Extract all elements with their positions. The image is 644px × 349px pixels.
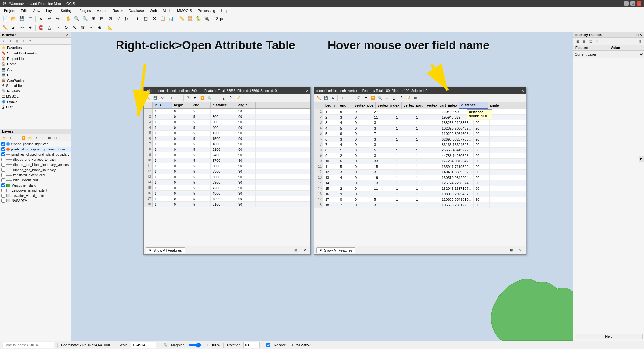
layer-checkbox-5[interactable] bbox=[1, 168, 5, 172]
layer-simplified-clipped[interactable]: simplified_clipped_grid_island_boundary bbox=[0, 152, 71, 157]
col2-header-vertex-part[interactable]: vertex_part bbox=[402, 102, 425, 109]
col-header-begin[interactable]: begin bbox=[172, 102, 191, 108]
browser-spatialite[interactable]: 🗄 SpatiaLite bbox=[0, 83, 71, 88]
layer-clipped-boundary[interactable]: clipped_grid_island_boundary bbox=[0, 167, 71, 172]
locate-input[interactable] bbox=[3, 342, 54, 348]
cad-tools-btn[interactable]: 📐 bbox=[106, 24, 114, 31]
render-checkbox[interactable] bbox=[266, 343, 270, 347]
table-row[interactable]: 7 1 0 5 1800 90 bbox=[144, 141, 310, 147]
zoom-full-btn[interactable]: ⊞ bbox=[90, 15, 97, 22]
browser-add-btn[interactable]: + bbox=[8, 38, 14, 44]
merge-btn[interactable]: ⊕ bbox=[96, 24, 103, 31]
field-calc-btn-2[interactable]: ∑ bbox=[391, 95, 397, 101]
col-header-angle[interactable]: angle bbox=[236, 102, 256, 108]
magnifier-slider[interactable] bbox=[189, 343, 208, 348]
layer-vi-extent[interactable]: vancouver_island_extent bbox=[0, 188, 71, 193]
delete-feature-btn-2[interactable]: − bbox=[346, 95, 353, 101]
attr-table-2-min-btn[interactable]: ─ bbox=[514, 89, 517, 93]
identify-btn[interactable]: ℹ bbox=[134, 15, 141, 22]
table-row[interactable]: 4 1 0 5 900 90 bbox=[144, 125, 310, 131]
menu-plugins[interactable]: Plugins bbox=[77, 8, 93, 13]
layer-checkbox-6[interactable] bbox=[1, 173, 5, 177]
col-header-id[interactable]: id ▲ bbox=[153, 102, 172, 108]
table-row[interactable]: 17 17 0 0 5 1 1 120666.6549810... 90 bbox=[314, 197, 526, 202]
layer-checkbox-4[interactable] bbox=[1, 163, 5, 167]
show-all-features-btn-1[interactable]: ▼ Show All Features bbox=[146, 247, 185, 253]
col2-header-vertex-index[interactable]: vertex_index bbox=[376, 102, 402, 109]
delete-feature-btn-1[interactable]: − bbox=[175, 95, 182, 101]
calculator-btn[interactable]: 🧮 bbox=[186, 15, 194, 22]
identify-minimize-btn[interactable]: ⊡ bbox=[636, 33, 639, 37]
identify-collapse-btn[interactable]: ⊟ bbox=[581, 38, 587, 44]
table-row[interactable]: 13 1 0 5 3600 90 bbox=[144, 174, 310, 180]
layer-down-btn[interactable]: ↓ bbox=[40, 135, 46, 141]
identify-expand-btn[interactable]: ⊞ bbox=[575, 38, 581, 44]
table-row[interactable]: 9 9 2 0 3 1 1 44788.14280628... 90 bbox=[314, 153, 526, 159]
menu-mesh[interactable]: Mesh bbox=[160, 8, 174, 13]
table-row[interactable]: 13 13 4 0 19 1 1 160510.9842204... 90 bbox=[314, 175, 526, 180]
layer-clipped-vertices-path[interactable]: clipped_grid_vertices_to_path bbox=[0, 157, 71, 162]
layer-nasadem[interactable]: NASADEM bbox=[0, 198, 71, 203]
col2-header-distance[interactable]: distance bbox=[459, 102, 488, 109]
layer-clipped-boundary-vertices[interactable]: clipped_grid_island_boundary_vertices bbox=[0, 162, 71, 167]
col-header-distance[interactable]: distance bbox=[211, 102, 236, 108]
zoom-in-btn[interactable]: 🔍 bbox=[73, 15, 80, 22]
layer-initial-extent[interactable]: initial_extent_grid bbox=[0, 178, 71, 183]
edit-mode-btn-1[interactable]: ✏️ bbox=[145, 95, 151, 101]
select-all-btn-1[interactable]: ☑ bbox=[185, 95, 191, 101]
table-row[interactable]: 3 1 0 5 600 90 bbox=[144, 120, 310, 125]
menu-settings[interactable]: Settings bbox=[58, 8, 76, 13]
table-row[interactable]: 10 1 0 5 2700 90 bbox=[144, 158, 310, 163]
filter-btn-1[interactable]: 🔽 bbox=[199, 95, 205, 101]
form-view-btn-2[interactable]: 📝 bbox=[405, 95, 412, 101]
browser-refresh-btn[interactable]: ↻ bbox=[1, 38, 7, 44]
open-project-btn[interactable]: 📂 bbox=[10, 15, 17, 22]
add-feature-btn[interactable]: + bbox=[26, 24, 34, 31]
menu-vector[interactable]: Vector bbox=[94, 8, 109, 13]
attr-table-1-min-btn[interactable]: ─ bbox=[298, 89, 301, 93]
attr-table-2-close-btn[interactable]: ✕ bbox=[521, 89, 524, 93]
table-row[interactable]: 2 1 0 5 300 90 bbox=[144, 114, 310, 120]
zoom-prev-btn[interactable]: ◁ bbox=[115, 15, 122, 22]
table-row[interactable]: 11 1 0 5 3000 90 bbox=[144, 163, 310, 169]
layer-expand-btn[interactable]: ⊞ bbox=[46, 135, 52, 141]
browser-up-btn[interactable]: ↑ bbox=[21, 38, 26, 44]
deselect-btn[interactable]: ✕ bbox=[150, 15, 158, 22]
menu-mmqgis[interactable]: MMQGIS bbox=[175, 8, 194, 13]
table-row[interactable]: 5 1 0 5 1200 90 bbox=[144, 131, 310, 136]
layer-elevation-raster[interactable]: elevation_virtual_raster bbox=[0, 193, 71, 198]
menu-view[interactable]: View bbox=[30, 8, 43, 13]
conditional-btn-1[interactable]: ? bbox=[227, 95, 234, 101]
layer-group-btn[interactable]: 📁 bbox=[27, 135, 33, 141]
conditional-btn-2[interactable]: ? bbox=[398, 95, 404, 101]
snap-btn[interactable]: 🧲 bbox=[37, 24, 45, 31]
layer-checkbox-9[interactable] bbox=[1, 189, 5, 192]
edit-mode-btn-2[interactable]: ✏️ bbox=[316, 95, 322, 101]
invert-sel-btn-2[interactable]: ⇄ bbox=[363, 95, 369, 101]
attr-table-1-close-btn[interactable]: ✕ bbox=[306, 89, 308, 93]
attr-table-1-body[interactable]: 1 1 0 5 0 90 2 1 0 5 300 90 3 1 0 5 600 … bbox=[144, 109, 310, 246]
form-view-btn-1[interactable]: 📝 bbox=[234, 95, 241, 101]
help-button[interactable]: Help bbox=[575, 334, 643, 339]
layer-filter-btn[interactable]: 🔽 bbox=[21, 135, 26, 141]
browser-minimize-btn[interactable]: ⊡ bbox=[63, 33, 65, 37]
table-row[interactable]: 5 5 6 0 7 1 1 110292.8954608... 90 bbox=[314, 131, 526, 137]
zoom-layer-btn[interactable]: ⊟ bbox=[98, 15, 106, 22]
browser-geopackage[interactable]: 📦 GeoPackage bbox=[0, 78, 71, 83]
digitize-btn[interactable]: 🖊 bbox=[10, 24, 17, 31]
browser-home[interactable]: 🏠 Home bbox=[0, 61, 71, 67]
attr-table-1-max-btn[interactable]: □ bbox=[302, 89, 304, 93]
col2-header-begin[interactable]: begin bbox=[323, 102, 338, 109]
table-row[interactable]: 8 8 1 0 5 1 1 25555.40419272... 90 bbox=[314, 148, 526, 153]
identify-mode-select[interactable]: Current Layer All Layers bbox=[573, 51, 644, 58]
table-row[interactable]: 11 11 5 0 15 1 1 165947.7119529... 90 bbox=[314, 164, 526, 170]
menu-processing[interactable]: Processing bbox=[195, 8, 218, 13]
show-all-features-btn-2[interactable]: ▼ Show All Features bbox=[316, 247, 355, 253]
cut-feature-btn[interactable]: ✂ bbox=[87, 24, 95, 31]
table-row[interactable]: 15 15 2 0 11 1 1 132046.1637197... 90 bbox=[314, 186, 526, 191]
identify-close-btn[interactable]: ✕ bbox=[639, 33, 642, 37]
identify-clear-btn[interactable]: ✕ bbox=[594, 38, 600, 44]
identify-settings-btn[interactable]: ⚙ bbox=[637, 38, 643, 44]
attr-table-2-body[interactable]: 1 1 5 0 27 1 1 220440.80... 90 2 2 3 0 1… bbox=[314, 109, 526, 246]
reload-btn-1[interactable]: ↻ bbox=[159, 95, 166, 101]
